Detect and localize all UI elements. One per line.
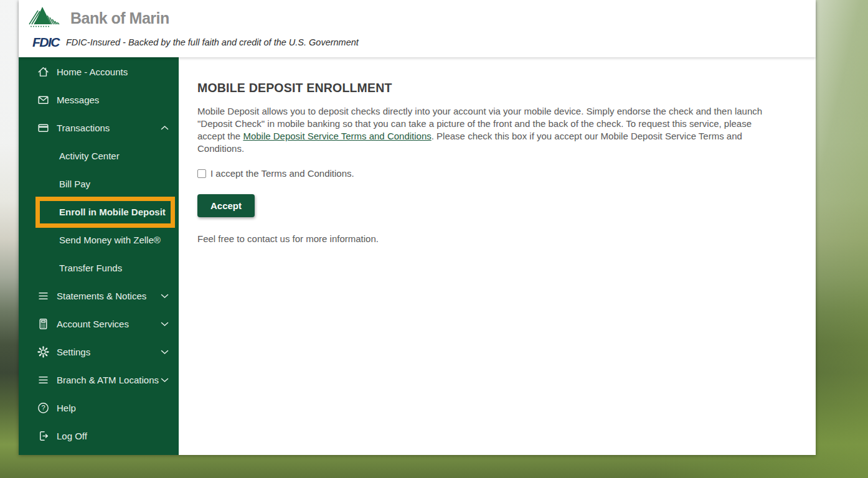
main-content: MOBILE DEPOSIT ENROLLMENT Mobile Deposit… xyxy=(179,57,816,455)
sidebar-item-messages[interactable]: Messages xyxy=(19,86,179,114)
brand-name: Bank of Marin xyxy=(70,9,169,27)
svg-text:?: ? xyxy=(41,404,45,411)
calculator-icon xyxy=(37,317,50,330)
fdic-disclaimer: FDIC-Insured - Backed by the full faith … xyxy=(66,37,359,47)
sidebar-item-label: Bill Pay xyxy=(59,179,179,189)
question-circle-icon: ? xyxy=(37,401,50,415)
sidebar-item-help[interactable]: ? Help xyxy=(19,394,179,422)
home-icon xyxy=(37,65,50,78)
fdic-logo: FDIC xyxy=(32,35,59,50)
credit-card-icon xyxy=(37,121,50,134)
header: Bank of Marin FDIC FDIC-Insured - Backed… xyxy=(19,0,816,57)
sidebar-item-send-money-zelle[interactable]: Send Money with Zelle® xyxy=(19,226,179,254)
sidebar-item-label: Branch & ATM Locations xyxy=(57,375,161,385)
enrollment-description: Mobile Deposit allows you to deposit che… xyxy=(197,105,781,155)
sidebar-item-transfer-funds[interactable]: Transfer Funds xyxy=(19,254,179,282)
envelope-icon xyxy=(37,93,50,106)
sidebar-item-label: Log Off xyxy=(57,431,169,441)
terms-and-conditions-link[interactable]: Mobile Deposit Service Terms and Conditi… xyxy=(243,131,431,141)
bank-of-marin-mountain-icon xyxy=(29,5,65,31)
sidebar-item-bill-pay[interactable]: Bill Pay xyxy=(19,170,179,198)
accept-button[interactable]: Accept xyxy=(197,194,255,217)
fdic-banner: FDIC FDIC-Insured - Backed by the full f… xyxy=(19,31,816,50)
sidebar-item-label: Activity Center xyxy=(59,151,179,161)
app-panel: Bank of Marin FDIC FDIC-Insured - Backed… xyxy=(19,0,816,455)
menu-lines-icon xyxy=(37,289,50,302)
chevron-down-icon xyxy=(161,321,169,327)
sidebar-item-log-off[interactable]: Log Off xyxy=(19,422,179,450)
sidebar-item-label: Help xyxy=(57,403,169,413)
sidebar-item-account-services[interactable]: Account Services xyxy=(19,310,179,338)
accept-terms-checkbox[interactable] xyxy=(197,169,206,178)
sidebar-nav: Home - Accounts Messages xyxy=(19,57,179,455)
sidebar-item-label: Transactions xyxy=(57,123,161,133)
sidebar-item-label: Transfer Funds xyxy=(59,263,179,273)
chevron-down-icon xyxy=(161,377,169,383)
chevron-down-icon xyxy=(161,349,169,355)
sidebar-item-label: Account Services xyxy=(57,319,161,329)
accept-terms-row: I accept the Terms and Conditions. xyxy=(197,168,781,179)
menu-lines-icon xyxy=(37,373,50,387)
sidebar-item-enroll-mobile-deposit[interactable]: Enroll in Mobile Deposit xyxy=(35,197,175,228)
page-title: MOBILE DEPOSIT ENROLLMENT xyxy=(197,81,781,95)
sidebar-item-label: Statements & Notices xyxy=(57,291,161,301)
sidebar-item-label: Enroll in Mobile Deposit xyxy=(59,207,171,217)
body-row: Home - Accounts Messages xyxy=(19,57,816,455)
sidebar-item-label: Settings xyxy=(57,347,161,357)
accept-terms-label: I accept the Terms and Conditions. xyxy=(210,168,354,179)
sidebar-item-label: Home - Accounts xyxy=(57,67,169,77)
sidebar-item-label: Send Money with Zelle® xyxy=(59,235,179,245)
sidebar-item-home-accounts[interactable]: Home - Accounts xyxy=(19,58,179,86)
sidebar-item-transactions[interactable]: Transactions xyxy=(19,114,179,142)
sidebar-item-settings[interactable]: Settings xyxy=(19,338,179,366)
sidebar-item-branch-atm-locations[interactable]: Branch & ATM Locations xyxy=(19,366,179,394)
sidebar-item-activity-center[interactable]: Activity Center xyxy=(19,142,179,170)
contact-note: Feel free to contact us for more informa… xyxy=(197,233,781,244)
brand-logo: Bank of Marin xyxy=(19,0,816,31)
chevron-down-icon xyxy=(161,293,169,299)
chevron-up-icon xyxy=(161,125,169,131)
log-off-icon xyxy=(37,429,50,443)
sidebar-item-statements-notices[interactable]: Statements & Notices xyxy=(19,282,179,310)
gear-icon xyxy=(37,345,50,358)
sidebar-item-label: Messages xyxy=(57,95,169,105)
